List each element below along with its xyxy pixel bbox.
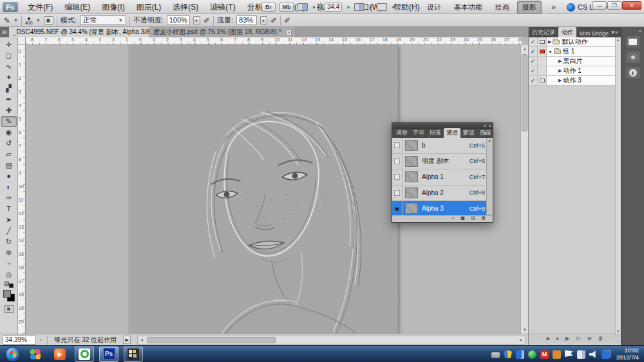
action-checkbox[interactable]: ✓ (529, 57, 538, 66)
action-checkbox[interactable]: ✓ (529, 47, 538, 56)
flow-slider-button[interactable]: ▸ (260, 16, 267, 24)
dialog-toggle[interactable] (538, 37, 547, 46)
channel-row[interactable]: Alpha 1Ctrl+7 (392, 169, 488, 186)
system-utility-icon[interactable] (516, 350, 524, 359)
panel-tab-字符[interactable]: 字符 (410, 128, 427, 138)
airbrush-icon[interactable]: ✐ (270, 16, 277, 25)
load-selection-icon[interactable]: ○ (451, 216, 455, 221)
history-brush-tool[interactable]: ↺ (1, 138, 17, 149)
save-selection-icon[interactable]: ▣ (460, 216, 466, 221)
panel-menu-icon[interactable]: ▼≡ (482, 131, 491, 137)
action-row[interactable]: ✓▶默认动作 (529, 37, 616, 47)
vertical-scroll-thumb[interactable] (522, 54, 527, 131)
panel-tab-蒙版[interactable]: 蒙版 (460, 128, 477, 138)
channels-scrollbar[interactable]: ▲ ▼ (486, 138, 492, 218)
zoom-tool[interactable]: ◎ (1, 269, 17, 280)
vertical-scrollbar[interactable]: ▲ ▼ (520, 45, 528, 334)
security-shield-icon[interactable] (504, 350, 512, 359)
collapse-triangle-icon[interactable]: ▼ (548, 50, 553, 54)
menu-item-1[interactable]: 编辑(E) (59, 0, 96, 14)
flow-field[interactable]: 83% (236, 15, 257, 25)
visibility-toggle[interactable] (392, 154, 402, 169)
action-row[interactable]: ✓▶动作 1 (529, 66, 616, 76)
bridge-icon[interactable]: Br (261, 3, 276, 12)
delete-channel-icon[interactable]: 🗑︎ (481, 216, 486, 221)
channel-row[interactable]: 明度 副本Ctrl+6 (392, 154, 488, 170)
pressure-opacity-icon[interactable]: ✐ (204, 16, 210, 25)
workspace-button[interactable]: 设计 (422, 1, 446, 14)
menu-item-4[interactable]: 选择(S) (167, 0, 204, 14)
foreground-color-swatch[interactable] (3, 290, 11, 298)
opacity-slider-button[interactable]: ▸ (193, 16, 200, 24)
expand-panels-icon[interactable]: » (639, 28, 641, 34)
menu-item-3[interactable]: 图层(L) (131, 0, 167, 14)
move-tool[interactable]: ✛ (1, 39, 17, 50)
taskbar-browser[interactable] (75, 347, 94, 362)
opacity-field[interactable]: 100% (167, 15, 190, 25)
chevron-down-icon[interactable]: ▼ (36, 18, 41, 23)
brush-preset-picker[interactable]: 400 (25, 16, 33, 25)
horizontal-scrollbar[interactable]: ◄ ► (137, 336, 526, 345)
quick-mask-button[interactable]: ◙ (4, 305, 14, 313)
actions-scrollbar[interactable]: ▲ ▼ (615, 37, 620, 334)
pen-tool[interactable]: ✑ (1, 193, 17, 204)
dock-tab-Mini Bridge[interactable]: Mini Bridge (576, 29, 612, 37)
guides-grid-icon[interactable] (298, 3, 308, 11)
taskbar-photoshop[interactable]: Ps (99, 347, 118, 362)
brush-tool-icon[interactable]: ✎ (4, 16, 10, 25)
visibility-toggle[interactable]: ◉ (392, 201, 402, 216)
dock-tab-动作[interactable]: 动作 (558, 27, 576, 37)
expand-triangle-icon[interactable]: ▶ (548, 39, 551, 44)
clock[interactable]: 10:02 2012/7/4 (616, 347, 639, 361)
language-bar-icon[interactable] (601, 350, 610, 359)
vertical-ruler[interactable]: 01234567891011121314151617181920 (18, 45, 26, 334)
dialog-toggle[interactable] (538, 57, 547, 66)
chevron-down-icon[interactable]: ▼ (14, 18, 18, 23)
chevron-down-icon[interactable]: ▼ (312, 5, 316, 10)
status-menu-icon[interactable]: ▶ (123, 336, 131, 344)
action-checkbox[interactable]: ✓ (529, 76, 538, 85)
info-panel-button[interactable]: i (626, 67, 640, 79)
taskbar-photo-viewer[interactable] (124, 347, 143, 362)
new-set-icon[interactable]: 🗀︎ (576, 336, 581, 341)
taskbar-media-player[interactable]: ▶ (50, 347, 70, 362)
panel-tab-调整[interactable]: 调整 (393, 128, 410, 138)
expand-triangle-icon[interactable]: ▶ (558, 78, 562, 83)
panel-tab-段落[interactable]: 段落 (427, 128, 444, 138)
menu-item-2[interactable]: 图像(I) (96, 0, 130, 14)
adjustments-panel-button[interactable] (626, 52, 640, 63)
visibility-toggle[interactable] (392, 138, 402, 153)
document-tab-1[interactable]: _DSC4995.NEF @ 34.4% (背景 副本, Alpha 3/8) … (9, 27, 171, 37)
document-tab-2[interactable]: 磨皮小样图.psd @ 76.1% (图层 18, RGB/8) * × (149, 27, 296, 37)
type-tool[interactable]: T (1, 204, 17, 214)
quick-selection-tool[interactable]: ✦ (1, 72, 17, 83)
blend-mode-select[interactable]: 正常 ▼ (80, 15, 126, 25)
restore-button[interactable]: ❐ (607, 1, 621, 10)
action-row[interactable]: ✓▶动作 3 (529, 76, 616, 86)
brush-tool[interactable]: ✎ (1, 116, 17, 127)
toggle-brush-panel-button[interactable]: ▣ (44, 16, 53, 24)
expand-triangle-icon[interactable]: ▶ (558, 68, 562, 73)
arrange-documents-icon[interactable] (354, 3, 365, 11)
scroll-up-icon[interactable]: ▲ (487, 138, 492, 142)
begin-recording-icon[interactable]: ● (556, 336, 559, 341)
blur-tool[interactable]: ● (1, 171, 17, 182)
horizontal-ruler[interactable]: 8765432101234567891011121314151617181920… (26, 37, 522, 45)
action-checkbox[interactable]: ✓ (529, 37, 538, 46)
mail-app-icon[interactable]: M (540, 350, 549, 359)
scroll-up-icon[interactable]: ▲ (616, 38, 621, 42)
dodge-tool[interactable]: ◐ (1, 182, 17, 193)
network-icon[interactable] (577, 350, 585, 359)
scroll-left-icon[interactable]: ◄ (138, 336, 146, 344)
mini-bridge-panel-button[interactable] (626, 36, 640, 48)
scroll-down-icon[interactable]: ▼ (616, 329, 621, 333)
volume-icon[interactable] (589, 350, 598, 359)
menu-item-5[interactable]: 滤镜(T) (204, 0, 241, 14)
new-action-icon[interactable]: ⊞ (587, 336, 592, 341)
panel-menu-icon[interactable]: ▼≡ (610, 30, 618, 35)
workspace-overflow-button[interactable]: » (549, 3, 558, 12)
horizontal-scroll-thumb[interactable] (147, 337, 276, 343)
stop-playing-icon[interactable]: ■ (546, 336, 549, 341)
channel-row[interactable]: bCtrl+5 (392, 138, 488, 154)
3d-camera-tool[interactable]: ⊕ (1, 247, 17, 258)
